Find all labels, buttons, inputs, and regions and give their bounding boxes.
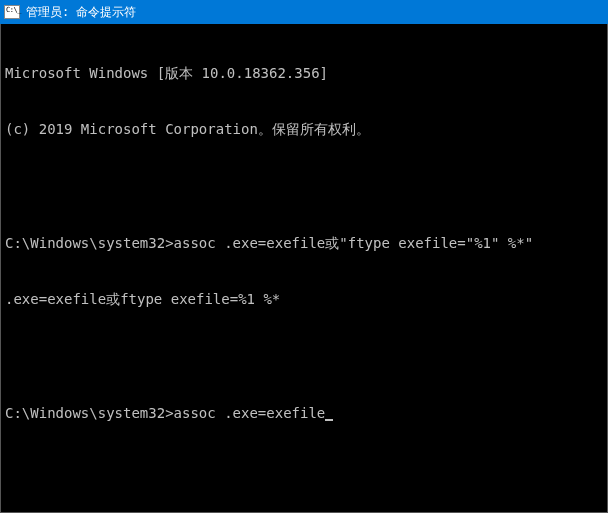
command-line-2: C:\Windows\system32>assoc .exe=exefile xyxy=(5,404,603,423)
command-line-1: C:\Windows\system32>assoc .exe=exefile或"… xyxy=(5,234,603,253)
title-bar[interactable]: 管理员: 命令提示符 xyxy=(0,0,608,24)
terminal-area[interactable]: Microsoft Windows [版本 10.0.18362.356] (c… xyxy=(0,24,608,513)
version-line: Microsoft Windows [版本 10.0.18362.356] xyxy=(5,64,603,83)
command-input[interactable]: assoc .exe=exefile xyxy=(174,405,326,421)
copyright-line: (c) 2019 Microsoft Corporation。保留所有权利。 xyxy=(5,120,603,139)
blank-line xyxy=(5,347,603,366)
cursor xyxy=(325,419,333,421)
cmd-icon xyxy=(4,5,20,19)
prompt: C:\Windows\system32> xyxy=(5,235,174,251)
output-line: .exe=exefile或ftype exefile=%1 %* xyxy=(5,290,603,309)
command-prompt-window: 管理员: 命令提示符 Microsoft Windows [版本 10.0.18… xyxy=(0,0,608,513)
prompt: C:\Windows\system32> xyxy=(5,405,174,421)
command-text: assoc .exe=exefile或"ftype exefile="%1" %… xyxy=(174,235,534,251)
window-title: 管理员: 命令提示符 xyxy=(26,4,136,21)
blank-line xyxy=(5,177,603,196)
